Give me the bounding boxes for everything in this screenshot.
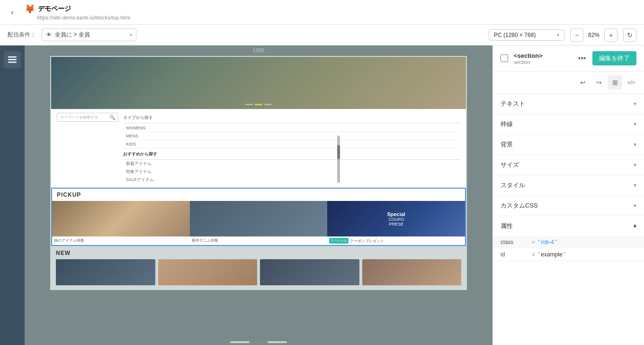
background-section-label: 背景 bbox=[501, 140, 513, 149]
attr-class-value[interactable]: mb-4 bbox=[541, 239, 554, 245]
size-section-label: サイズ bbox=[501, 161, 519, 169]
layers-button[interactable] bbox=[4, 51, 21, 68]
zoom-controls: − 82% + bbox=[570, 28, 617, 42]
condition-value: 全員に > 全員 bbox=[55, 31, 90, 39]
pickup-image-2 bbox=[190, 201, 328, 236]
background-section: 背景 bbox=[493, 135, 644, 155]
grid-view-button[interactable]: ⊞ bbox=[608, 75, 622, 90]
search-nav-area: キーワードを検索する 🔍 タイプから探す WOMENS MENS KIDS おす… bbox=[51, 109, 466, 188]
nav-mens[interactable]: MENS bbox=[123, 132, 460, 140]
size-section-chevron-icon bbox=[634, 162, 636, 168]
background-section-header[interactable]: 背景 bbox=[493, 135, 644, 154]
nav-menu: タイプから探す WOMENS MENS KIDS おすすめから探す 新着アイテム… bbox=[123, 113, 460, 184]
style-section: スタイル bbox=[493, 175, 644, 196]
device-select[interactable]: PC (1280 × 768) ▾ bbox=[489, 29, 564, 41]
pickup-grid: 旅のアイテム特集 新作デニム特集 Special COUPO bbox=[52, 201, 465, 245]
pickup-item-1[interactable]: 旅のアイテム特集 bbox=[52, 201, 190, 245]
nav-kids[interactable]: KIDS bbox=[123, 140, 460, 148]
background-section-chevron-icon bbox=[634, 141, 636, 148]
element-checkbox[interactable] bbox=[501, 54, 508, 62]
attr-id-key: id bbox=[501, 251, 529, 258]
attr-class-row: class = " mb-4 " bbox=[493, 236, 644, 248]
pickup-item-2[interactable]: 新作デニム特集 bbox=[190, 201, 328, 245]
canvas-area[interactable]: 1280 キーワードを検索する 🔍 タイプから探す bbox=[25, 45, 492, 345]
attr-class-value-wrapper: " mb-4 " bbox=[538, 239, 636, 245]
new-item-1[interactable] bbox=[56, 259, 155, 285]
canvas-width-label: 1280 bbox=[253, 47, 264, 53]
nav-recommend-label: おすすめから探す bbox=[123, 149, 460, 160]
border-section-header[interactable]: 枠線 bbox=[493, 114, 644, 134]
canvas-ruler: 1280 bbox=[25, 45, 492, 55]
redo-button[interactable]: ↪ bbox=[592, 75, 606, 90]
new-item-3[interactable] bbox=[260, 259, 359, 285]
attr-id-value[interactable]: example bbox=[541, 251, 562, 258]
zoom-plus-button[interactable]: + bbox=[604, 28, 617, 42]
hero-image bbox=[51, 57, 466, 109]
coupon-text: Special COUPO PRESE bbox=[387, 211, 405, 227]
size-section-header[interactable]: サイズ bbox=[493, 155, 644, 175]
attributes-label: 属性 bbox=[501, 222, 513, 230]
site-icon: 🦊 bbox=[25, 4, 35, 14]
search-placeholder: キーワードを検索する bbox=[60, 115, 98, 120]
more-options-button[interactable]: ••• bbox=[575, 52, 589, 65]
attr-class-close-quote: " bbox=[555, 239, 557, 245]
refresh-button[interactable]: ↻ bbox=[623, 28, 636, 42]
panel-toolbar: ↩ ↪ ⊞ </> bbox=[493, 72, 644, 94]
vertical-scrollbar-thumb bbox=[337, 145, 340, 159]
hero-dot-3 bbox=[264, 104, 272, 105]
pickup-caption-2: 新作デニム特集 bbox=[190, 236, 328, 245]
special-badge: スペシャル bbox=[329, 238, 349, 244]
attr-class-key: class bbox=[501, 239, 529, 245]
canvas-vertical-scrollbar[interactable] bbox=[337, 136, 340, 183]
canvas-horizontal-scrollbar[interactable] bbox=[230, 341, 287, 343]
pickup-section[interactable]: PICKUP 旅のアイテム特集 新作デニム特集 bbox=[51, 188, 466, 246]
style-section-label: スタイル bbox=[501, 181, 525, 190]
back-button[interactable]: ‹ bbox=[6, 6, 19, 19]
search-icon: 🔍 bbox=[109, 115, 115, 120]
condition-label: 配信条件： bbox=[8, 31, 36, 39]
hero-section bbox=[51, 57, 466, 109]
attr-id-value-wrapper: " example " bbox=[538, 251, 636, 258]
attr-id-open-quote: " bbox=[538, 251, 540, 258]
new-grid bbox=[56, 259, 461, 285]
nav-special-item[interactable]: 特集アイテム bbox=[123, 168, 460, 176]
custom-css-section-chevron-icon bbox=[634, 202, 636, 209]
new-heading: NEW bbox=[56, 250, 461, 256]
edit-end-button[interactable]: 編集を終了 bbox=[592, 51, 636, 65]
nav-type-label: タイプから探す bbox=[123, 113, 460, 123]
new-section: NEW bbox=[51, 246, 466, 289]
layers-icon bbox=[8, 56, 17, 63]
custom-css-section-header[interactable]: カスタムCSS bbox=[493, 196, 644, 216]
new-item-2[interactable] bbox=[158, 259, 258, 285]
pickup-caption-1: 旅のアイテム特集 bbox=[52, 236, 190, 245]
pickup-item-3[interactable]: Special COUPO PRESE スペシャル クーポンプレゼント bbox=[327, 201, 465, 245]
attr-id-eq: = bbox=[532, 251, 535, 258]
condition-select[interactable]: 👁 全員に > 全員 ▾ bbox=[42, 28, 136, 41]
svg-rect-1 bbox=[8, 59, 17, 61]
toolbar: 配信条件： 👁 全員に > 全員 ▾ PC (1280 × 768) ▾ − 8… bbox=[0, 25, 644, 45]
nav-sale-item[interactable]: SALEアイテム bbox=[123, 176, 460, 184]
hero-dots bbox=[245, 104, 272, 105]
undo-button[interactable]: ↩ bbox=[576, 75, 590, 90]
site-url: https://site-demo.karte.io/blocks/top.ht… bbox=[37, 15, 130, 20]
pickup-image-1 bbox=[52, 201, 190, 236]
svg-rect-0 bbox=[8, 56, 17, 58]
device-chevron-icon: ▾ bbox=[557, 32, 559, 37]
eye-icon: 👁 bbox=[46, 31, 52, 38]
code-view-button[interactable]: </> bbox=[624, 75, 638, 90]
scrollbar-thumb bbox=[249, 341, 268, 343]
panel-header: <section> section ••• 編集を終了 bbox=[493, 45, 644, 72]
text-section-label: テキスト bbox=[501, 100, 525, 108]
element-tag: <section> bbox=[514, 52, 572, 59]
top-bar: ‹ 🦊 デモページ https://site-demo.karte.io/blo… bbox=[0, 0, 644, 25]
nav-womens[interactable]: WOMENS bbox=[123, 124, 460, 132]
text-section-header[interactable]: テキスト bbox=[493, 94, 644, 114]
pickup-caption-3: スペシャル クーポンプレゼント bbox=[327, 236, 465, 245]
new-item-4[interactable] bbox=[362, 259, 462, 285]
element-info: <section> section bbox=[514, 52, 572, 65]
search-box[interactable]: キーワードを検索する 🔍 bbox=[57, 113, 118, 122]
zoom-minus-button[interactable]: − bbox=[570, 28, 583, 42]
attributes-section-header[interactable]: 属性 ▾ bbox=[493, 216, 644, 236]
nav-new-item[interactable]: 新着アイテム bbox=[123, 160, 460, 168]
style-section-header[interactable]: スタイル bbox=[493, 175, 644, 195]
